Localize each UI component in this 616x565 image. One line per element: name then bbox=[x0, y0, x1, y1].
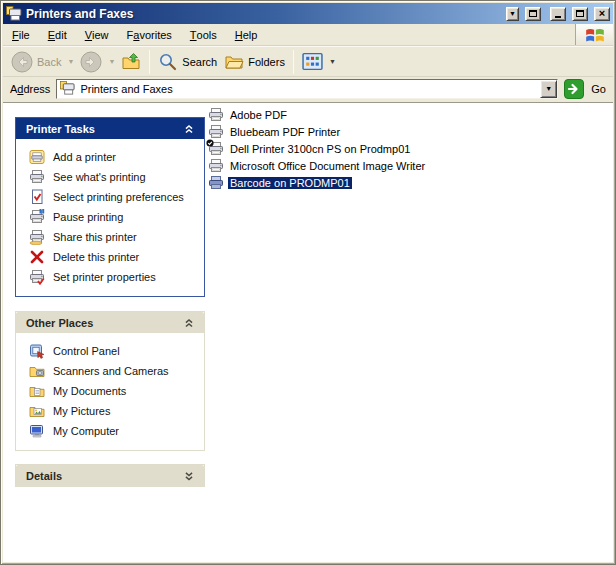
address-bar: Address Printers and Faxes ▼ Go bbox=[3, 77, 613, 102]
printer-item-adobe-pdf[interactable]: Adobe PDF bbox=[208, 106, 427, 123]
up-icon bbox=[121, 52, 141, 72]
printers-folder-icon bbox=[60, 81, 75, 96]
share-printer-icon bbox=[29, 229, 45, 245]
printers-and-faxes-window: Printers and Faxes ▼ × File Edit View Fa… bbox=[0, 0, 616, 565]
forward-icon bbox=[80, 51, 102, 73]
maximize-icon[interactable] bbox=[572, 7, 588, 21]
my-pictures-icon bbox=[29, 403, 45, 419]
link-my-computer[interactable]: My Computer bbox=[16, 421, 204, 441]
go-button[interactable] bbox=[564, 79, 584, 99]
menu-help[interactable]: Help bbox=[226, 24, 267, 45]
printer-queue-icon bbox=[29, 169, 45, 185]
my-documents-icon bbox=[29, 383, 45, 399]
window-title: Printers and Faxes bbox=[26, 7, 500, 21]
link-my-documents[interactable]: My Documents bbox=[16, 381, 204, 401]
other-places-title: Other Places bbox=[26, 317, 93, 329]
menu-file[interactable]: File bbox=[3, 24, 39, 45]
go-label: Go bbox=[591, 83, 606, 95]
delete-printer-icon bbox=[29, 249, 45, 265]
windows-logo-box bbox=[575, 24, 613, 45]
printer-list: Adobe PDF Bluebeam PDF Printer Dell Prin… bbox=[208, 106, 427, 191]
folders-icon bbox=[224, 52, 244, 72]
default-printer-badge-icon bbox=[206, 139, 214, 147]
address-combo[interactable]: Printers and Faxes ▼ bbox=[56, 79, 558, 99]
menu-tools[interactable]: Tools bbox=[181, 24, 226, 45]
close-icon[interactable]: × bbox=[594, 7, 610, 21]
printing-preferences-icon bbox=[29, 189, 45, 205]
toolbar-separator bbox=[293, 50, 294, 74]
task-share-this-printer[interactable]: Share this printer bbox=[16, 227, 204, 247]
address-value: Printers and Faxes bbox=[80, 83, 535, 95]
link-control-panel[interactable]: Control Panel bbox=[16, 341, 204, 361]
up-button[interactable] bbox=[118, 50, 144, 74]
other-places-header[interactable]: Other Places bbox=[16, 312, 204, 333]
minimize-icon[interactable] bbox=[550, 7, 566, 21]
address-label: Address bbox=[10, 83, 50, 95]
windows-logo-icon bbox=[584, 24, 606, 46]
folders-button[interactable]: Folders bbox=[221, 50, 288, 74]
printer-icon bbox=[208, 158, 224, 174]
views-button[interactable] bbox=[299, 49, 326, 74]
chevron-up-icon[interactable] bbox=[182, 316, 196, 330]
link-my-pictures[interactable]: My Pictures bbox=[16, 401, 204, 421]
my-computer-icon bbox=[29, 423, 45, 439]
back-button[interactable]: Back bbox=[8, 49, 64, 75]
task-delete-this-printer[interactable]: Delete this printer bbox=[16, 247, 204, 267]
folders-label: Folders bbox=[248, 56, 285, 68]
back-dropdown-icon[interactable]: ▼ bbox=[65, 58, 76, 65]
printer-properties-icon bbox=[29, 269, 45, 285]
back-label: Back bbox=[37, 56, 61, 68]
toolbar-separator bbox=[149, 50, 150, 74]
chevron-up-icon[interactable] bbox=[182, 122, 196, 136]
printer-tasks-header[interactable]: Printer Tasks bbox=[16, 118, 204, 139]
printer-selected-icon bbox=[208, 175, 224, 191]
folder-content: Printer Tasks Add a printer See what's p… bbox=[3, 102, 613, 562]
details-title: Details bbox=[26, 470, 62, 482]
details-header[interactable]: Details bbox=[16, 465, 204, 486]
menu-bar: File Edit View Favorites Tools Help bbox=[3, 24, 613, 46]
other-places-panel: Other Places Control Panel Scanners and … bbox=[15, 311, 205, 451]
details-panel: Details bbox=[15, 464, 205, 487]
other-places-body: Control Panel Scanners and Cameras My Do… bbox=[16, 333, 204, 450]
printer-icon bbox=[208, 107, 224, 123]
control-panel-icon bbox=[29, 343, 45, 359]
add-printer-icon bbox=[29, 149, 45, 165]
search-icon bbox=[158, 52, 178, 72]
back-icon bbox=[11, 51, 33, 73]
search-label: Search bbox=[182, 56, 217, 68]
chevron-down-icon: ▼ bbox=[545, 85, 552, 92]
views-icon bbox=[302, 51, 323, 72]
forward-dropdown-icon[interactable]: ▼ bbox=[106, 58, 117, 65]
shade-icon[interactable] bbox=[525, 7, 541, 21]
dropdown-icon[interactable]: ▼ bbox=[506, 7, 519, 21]
go-arrow-icon bbox=[564, 79, 584, 99]
menu-edit[interactable]: Edit bbox=[39, 24, 76, 45]
scanners-cameras-icon bbox=[29, 363, 45, 379]
printer-tasks-panel: Printer Tasks Add a printer See what's p… bbox=[15, 117, 205, 297]
printer-icon bbox=[208, 124, 224, 140]
address-dropdown-button[interactable]: ▼ bbox=[540, 80, 557, 98]
printer-item-barcode-prodmp01[interactable]: Barcode on PRODMP01 bbox=[208, 174, 427, 191]
printer-item-bluebeam[interactable]: Bluebeam PDF Printer bbox=[208, 123, 427, 140]
link-scanners-and-cameras[interactable]: Scanners and Cameras bbox=[16, 361, 204, 381]
task-add-printer[interactable]: Add a printer bbox=[16, 147, 204, 167]
menu-favorites[interactable]: Favorites bbox=[118, 24, 181, 45]
toolbar: Back ▼ ▼ Search Folders ▼ bbox=[3, 46, 613, 77]
task-select-printing-preferences[interactable]: Select printing preferences bbox=[16, 187, 204, 207]
printer-item-dell-3100cn[interactable]: Dell Printer 3100cn PS on Prodmp01 bbox=[208, 140, 427, 157]
printer-item-ms-document-image-writer[interactable]: Microsoft Office Document Image Writer bbox=[208, 157, 427, 174]
title-bar[interactable]: Printers and Faxes ▼ × bbox=[3, 3, 613, 24]
chevron-down-icon[interactable] bbox=[182, 469, 196, 483]
menu-view[interactable]: View bbox=[76, 24, 118, 45]
forward-button[interactable] bbox=[77, 49, 105, 75]
pause-printing-icon bbox=[29, 209, 45, 225]
task-see-whats-printing[interactable]: See what's printing bbox=[16, 167, 204, 187]
search-button[interactable]: Search bbox=[155, 50, 220, 74]
views-dropdown-icon[interactable]: ▼ bbox=[327, 58, 338, 65]
task-set-printer-properties[interactable]: Set printer properties bbox=[16, 267, 204, 287]
task-pause-printing[interactable]: Pause printing bbox=[16, 207, 204, 227]
printer-tasks-title: Printer Tasks bbox=[26, 123, 95, 135]
printer-tasks-body: Add a printer See what's printing Select… bbox=[16, 139, 204, 296]
printer-icon bbox=[6, 6, 22, 22]
